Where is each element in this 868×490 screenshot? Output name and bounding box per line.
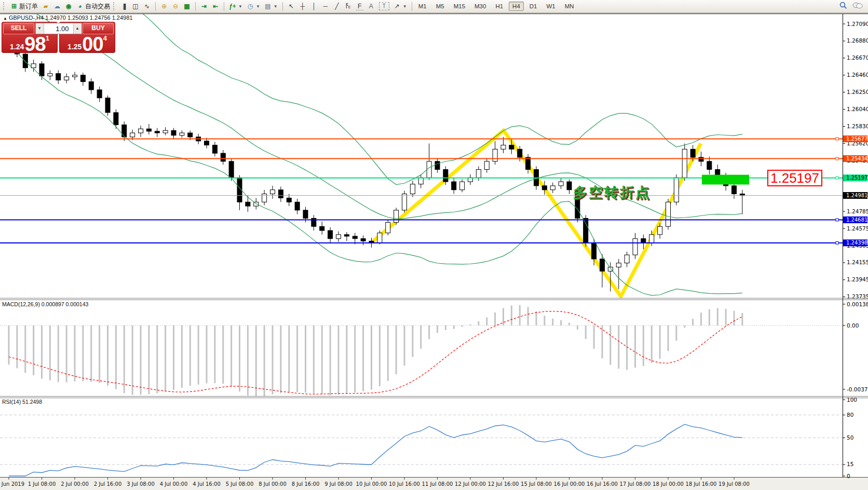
text-label-tool[interactable]: T — [377, 2, 391, 11]
time-label: 8 Jul 16:00 — [292, 481, 320, 487]
time-label: 18 Jul 00:00 — [653, 481, 684, 487]
hline-handle[interactable] — [836, 157, 838, 160]
auto-trading-icon: ◕ — [76, 3, 84, 10]
indicators-button[interactable]: ƒ+▼ — [227, 2, 245, 10]
volume-value[interactable]: 1.00 — [44, 25, 73, 33]
time-label: 8 Jul 00:00 — [259, 481, 287, 487]
svg-text:1.25434: 1.25434 — [846, 156, 867, 161]
new-order-button[interactable]: ⊞ 新订单 — [8, 2, 40, 11]
timeframe-m1[interactable]: M1 — [415, 2, 430, 11]
toolbar-drag-handle[interactable] — [3, 2, 6, 10]
rsi-label: RSI(14) 51.2498 — [2, 399, 42, 405]
chart-title: ▲GBPUSD-,H4 1.24970 1.25093 1.24756 1.24… — [3, 15, 132, 21]
price-tag-1.24398: 1.24398 — [843, 239, 867, 246]
price-tick: 1.23735 — [847, 293, 868, 300]
timeframe-m5[interactable]: M5 — [432, 2, 448, 11]
timeframe-w1[interactable]: W1 — [543, 2, 559, 11]
zigzag-annotation[interactable] — [372, 130, 701, 296]
time-label: 1 Jul 08:00 — [28, 481, 56, 487]
hline-handle[interactable] — [836, 176, 838, 179]
zoom-in-icon: ⊕ — [160, 3, 168, 10]
horizontal-line-tool[interactable]: ─ — [320, 2, 331, 10]
buy-price[interactable]: 1.25004 — [59, 33, 115, 53]
time-label: 10 Jul 16:00 — [389, 481, 420, 487]
time-label: 3 Jul 08:00 — [127, 481, 155, 487]
sell-price[interactable]: 1.24981 — [2, 33, 58, 53]
price-chart[interactable]: 1.270901.268801.266701.264601.262501.260… — [0, 13, 868, 490]
bar-chart-button[interactable]: ||| — [118, 2, 130, 10]
fibonacci-tool[interactable]: F — [354, 2, 365, 11]
timeframe-h1[interactable]: H1 — [492, 2, 507, 11]
rsi-panel — [0, 415, 843, 476]
volume-stepper[interactable]: ▼ 1.00 ▲ — [35, 23, 82, 34]
time-label: 15 Jul 08:00 — [521, 481, 552, 487]
hline-handle[interactable] — [836, 241, 838, 244]
collapse-arrow-icon[interactable]: ▲ — [3, 16, 7, 21]
candlesticks — [7, 31, 745, 292]
zoom-out-button[interactable]: ⊖ — [170, 2, 181, 10]
candlestick-chart-button[interactable]: ◫ — [130, 2, 141, 10]
volume-increase-button[interactable]: ▲ — [73, 23, 82, 34]
gold-button[interactable]: ▰ — [40, 2, 51, 10]
volume-decrease-button[interactable]: ▼ — [36, 23, 44, 34]
timeframe-h4[interactable]: H4 — [509, 2, 524, 11]
time-label: 19 Jul 08:00 — [718, 481, 750, 487]
tile-windows-button[interactable]: ▦ — [181, 2, 193, 10]
vertical-line-tool[interactable]: │ — [308, 2, 320, 10]
price-tick: 1.26460 — [847, 72, 868, 78]
text-label-icon: T — [379, 2, 389, 10]
template-icon: ▤ — [264, 3, 272, 10]
clock-icon: ◷ — [247, 3, 254, 10]
price-tick: 1.24785 — [847, 208, 868, 214]
time-label: 12 Jul 16:00 — [488, 481, 519, 487]
chevron-down-icon: ▼ — [274, 4, 278, 9]
macd-panel — [0, 305, 843, 398]
timeframe-mn[interactable]: MN — [561, 2, 578, 11]
rsi-line — [9, 425, 742, 477]
cursor-tool[interactable]: ↖ — [286, 2, 297, 10]
templates-button[interactable]: ▤▼ — [262, 2, 280, 10]
equidistant-channel-tool[interactable]: ϝE — [343, 1, 354, 11]
chat-icon[interactable] — [852, 2, 863, 11]
price-tick: 1.26880 — [847, 37, 868, 44]
trendline-icon: ╱ — [333, 3, 341, 10]
signals-button[interactable]: ◉ — [63, 2, 74, 10]
chevron-down-icon: ▼ — [403, 4, 407, 9]
price-tag-1.25434: 1.25434 — [843, 155, 867, 162]
crosshair-icon: ┼ — [299, 3, 306, 10]
profile-button[interactable]: ☁ — [51, 2, 63, 10]
macd-signal-line — [9, 311, 742, 394]
time-label: 18 Jul 16:00 — [686, 481, 717, 487]
search-icon[interactable] — [839, 2, 847, 11]
zoom-in-button[interactable]: ⊕ — [158, 2, 170, 10]
chart-shift-button[interactable]: ⇤ — [210, 2, 221, 10]
buy-button[interactable]: BUY — [83, 23, 114, 34]
hline-handle[interactable] — [836, 219, 838, 221]
price-axis: 1.270901.268801.266701.264601.262501.260… — [0, 13, 868, 490]
price-tick: 1.25830 — [847, 123, 868, 129]
periods-button[interactable]: ◷▼ — [245, 2, 262, 10]
green-highlight-box[interactable] — [702, 175, 749, 185]
text-tool[interactable]: A — [365, 2, 377, 10]
line-chart-button[interactable]: ∿ — [141, 2, 153, 10]
svg-text:1.24981: 1.24981 — [846, 193, 867, 198]
macd-tick: -0.003771 — [847, 386, 868, 392]
timeframe-m15[interactable]: M15 — [450, 2, 469, 11]
timeframe-d1[interactable]: D1 — [526, 2, 541, 11]
svg-text:1.24398: 1.24398 — [846, 240, 867, 246]
trendline-tool[interactable]: ╱ — [331, 2, 343, 10]
price-tick: 1.27090 — [847, 21, 868, 27]
toolbar-drag-handle[interactable] — [113, 2, 116, 10]
timeframe-m30[interactable]: M30 — [471, 2, 490, 11]
crosshair-tool[interactable]: ┼ — [297, 2, 308, 10]
horizontal-line-icon: ─ — [322, 3, 329, 10]
sell-button[interactable]: SELL — [3, 23, 34, 34]
time-label: 16 Jul 16:00 — [587, 481, 618, 487]
new-order-icon: ⊞ — [10, 3, 18, 10]
auto-trading-button[interactable]: ◕ 自动交易 — [74, 2, 112, 11]
auto-scroll-button[interactable]: ⇥ — [198, 2, 210, 10]
hline-handle[interactable] — [836, 138, 838, 140]
chevron-down-icon: ▼ — [238, 4, 242, 9]
rsi-tick: 100 — [847, 397, 857, 403]
arrows-tool[interactable]: ↗▼ — [391, 2, 409, 10]
